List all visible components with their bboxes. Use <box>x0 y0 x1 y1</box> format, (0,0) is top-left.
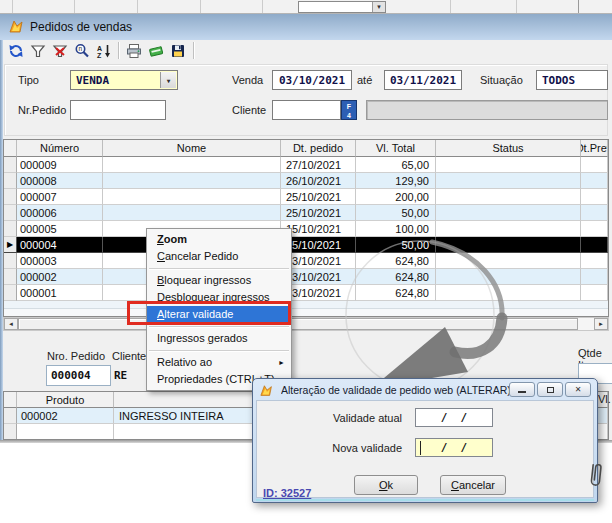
orders-grid-indicator-header <box>4 140 17 157</box>
orders-grid-hscrollbar[interactable]: ◄ ► <box>3 317 609 331</box>
order-row-000009[interactable]: 00000927/10/202165,00 <box>4 157 608 173</box>
venda-label: Venda <box>232 74 263 86</box>
scroll-right-icon[interactable]: ► <box>594 318 608 330</box>
validade-atual-value: / / <box>428 411 481 424</box>
order-row-000002[interactable]: 00000213/10/2021624,80 <box>4 269 608 285</box>
scroll-left-icon[interactable]: ◄ <box>4 318 18 330</box>
window-title: Pedidos de vendas <box>30 20 132 34</box>
cliente-label: Cliente <box>232 104 266 116</box>
menu-item-alterar-validade[interactable]: Alterar validade <box>147 306 291 323</box>
order-row-000003[interactable]: 00000313/10/2021624,80 <box>4 253 608 269</box>
refresh-icon[interactable] <box>7 42 25 60</box>
menu-item-cancelar-pedido[interactable]: Cancelar Pedido <box>147 248 291 265</box>
order-row-000005[interactable]: 00000515/10/2021100,00 <box>4 221 608 237</box>
parent-window-strip: ▼ <box>0 0 612 14</box>
card-icon[interactable] <box>147 42 165 60</box>
toolbar: n A Z <box>3 40 609 62</box>
filter-icon[interactable] <box>29 42 47 60</box>
svg-text:Z: Z <box>97 52 102 59</box>
alterar-validade-dialog: Alteração de validade de pedido web (ALT… <box>252 378 598 503</box>
ok-button[interactable]: Ok <box>354 475 418 495</box>
window-titlebar: Pedidos de vendas <box>0 14 612 40</box>
situacao-label: Situação <box>480 74 523 86</box>
paperclip-icon <box>587 459 603 493</box>
nova-validade-value: / / <box>428 441 481 454</box>
cliente-nome-readonly <box>366 100 608 120</box>
orders-grid-header-n-mero[interactable]: Número <box>17 140 103 157</box>
sort-az-icon[interactable]: A Z <box>95 42 113 60</box>
tipo-combo[interactable]: VENDA ▼ <box>70 70 178 90</box>
menu-separator <box>147 323 291 330</box>
tipo-value: VENDA <box>76 74 109 87</box>
menu-item-bloquear-ingressos[interactable]: Bloquear ingressos <box>147 272 291 289</box>
parent-combo[interactable]: ▼ <box>298 1 386 13</box>
validade-atual-label: Validade atual <box>312 412 402 424</box>
orders-grid: NúmeroNomeDt. pedidoVl. TotalStatusDt.Pr… <box>3 139 609 317</box>
order-row-000001[interactable]: 00000113/10/2021624,80 <box>4 285 608 301</box>
items-grid-vl-header: Vl. <box>598 393 611 405</box>
app-logo-icon <box>260 384 274 398</box>
clear-filter-icon[interactable] <box>51 42 69 60</box>
print-icon[interactable] <box>125 42 143 60</box>
toolbar-separator <box>118 42 119 59</box>
orders-grid-header-nome[interactable]: Nome <box>103 140 281 157</box>
chevron-down-icon: ▼ <box>372 2 385 12</box>
orders-grid-header-dt-prev[interactable]: Dt.Prev <box>581 140 608 157</box>
nro-pedido-label: Nro. Pedido <box>47 350 105 362</box>
f4-lookup-button[interactable]: F4 <box>341 100 357 120</box>
menu-separator <box>147 347 291 354</box>
screen: ▼ Pedidos de vendas <box>0 0 612 523</box>
id-link[interactable]: ID: 32527 <box>263 487 311 499</box>
date-from-value: 03/10/2021 <box>279 74 345 87</box>
orders-grid-header-status[interactable]: Status <box>436 140 581 157</box>
submenu-arrow-icon: ► <box>278 354 285 371</box>
dialog-frame-shine <box>256 499 594 501</box>
menu-item-ingressos-gerados[interactable]: Ingressos gerados <box>147 330 291 347</box>
order-row-000006[interactable]: 00000625/10/202150,00 <box>4 205 608 221</box>
minimize-icon[interactable] <box>509 382 535 397</box>
nro-pedido-value: 000004 <box>51 369 91 382</box>
orders-grid-empty-strip <box>4 301 608 309</box>
menu-separator <box>147 265 291 272</box>
detail-cliente-label: Cliente <box>112 350 146 362</box>
menu-item-relativo-ao[interactable]: Relativo ao► <box>147 354 291 371</box>
validade-atual-field[interactable]: / / <box>415 408 493 427</box>
order-row-000004[interactable]: ▶00000415/10/202150,00 <box>4 237 608 253</box>
nova-validade-field[interactable]: / / <box>415 438 493 457</box>
text-caret <box>420 441 421 455</box>
app-logo-icon <box>9 19 25 35</box>
date-from-field[interactable]: 03/10/2021 <box>272 70 352 90</box>
save-icon[interactable] <box>169 42 187 60</box>
svg-text:n: n <box>79 45 83 52</box>
maximize-icon[interactable] <box>537 382 563 397</box>
nr-pedido-label: Nr.Pedido <box>18 104 66 116</box>
dialog-titlebar: Alteração de validade de pedido web (ALT… <box>257 381 593 400</box>
order-row-000007[interactable]: 00000725/10/2021200,00 <box>4 189 608 205</box>
nova-validade-label: Nova validade <box>312 442 402 454</box>
nr-pedido-input[interactable] <box>70 100 166 120</box>
tipo-label: Tipo <box>18 74 39 86</box>
chevron-down-icon[interactable]: ▼ <box>160 72 176 88</box>
find-icon[interactable]: n <box>73 42 91 60</box>
orders-grid-empty-strip <box>4 309 608 317</box>
scrollbar-thumb[interactable] <box>18 318 578 330</box>
orders-grid-header-vl-total[interactable]: Vl. Total <box>356 140 436 157</box>
close-icon[interactable]: ✕ <box>565 382 591 397</box>
cliente-input[interactable] <box>272 100 341 120</box>
context-menu: ZoomCancelar PedidoBloquear ingressosDes… <box>146 228 292 391</box>
items-grid-indicator-header <box>4 392 17 408</box>
order-row-000008[interactable]: 00000826/10/2021129,90 <box>4 173 608 189</box>
dialog-title: Alteração de validade de pedido web (ALT… <box>281 384 516 396</box>
toolbar-separator <box>193 42 194 59</box>
nro-pedido-value-box: 000004 <box>46 365 111 386</box>
date-to-value: 03/11/2021 <box>390 74 456 87</box>
situacao-combo[interactable]: TODOS <box>536 70 608 90</box>
cancel-button[interactable]: Cancelar <box>440 475 506 495</box>
menu-item-zoom[interactable]: Zoom <box>147 231 291 248</box>
menu-item-desbloquear-ingressos[interactable]: Desbloquear ingressos <box>147 289 291 306</box>
items-grid-produto-header[interactable]: Produto <box>17 392 114 408</box>
dialog-body: Validade atual / / Nova validade / / Ok … <box>256 400 594 498</box>
date-to-field[interactable]: 03/11/2021 <box>384 70 462 90</box>
item-codigo: 000002 <box>17 408 114 424</box>
orders-grid-header-dt-pedido[interactable]: Dt. pedido <box>281 140 356 157</box>
